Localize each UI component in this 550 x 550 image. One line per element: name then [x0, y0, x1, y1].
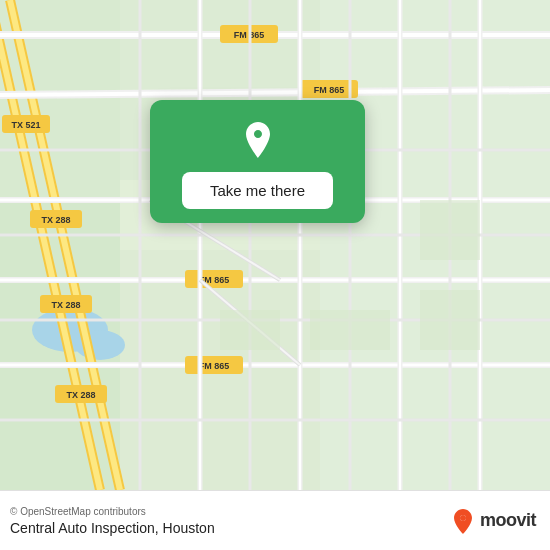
svg-rect-59 [220, 310, 280, 350]
svg-point-64 [460, 515, 466, 521]
location-pin-icon [236, 118, 280, 162]
svg-rect-60 [310, 310, 390, 350]
svg-rect-61 [420, 200, 480, 260]
svg-rect-62 [420, 290, 480, 350]
map-container: FM 865 FM 865 TX 521 TX 288 TX 288 TX 28… [0, 0, 550, 490]
svg-text:FM 865: FM 865 [314, 85, 345, 95]
svg-text:TX 288: TX 288 [51, 300, 80, 310]
take-me-there-button[interactable]: Take me there [182, 172, 333, 209]
moovit-logo: moovit [449, 507, 536, 535]
svg-text:FM 865: FM 865 [199, 361, 230, 371]
map-roads: FM 865 FM 865 TX 521 TX 288 TX 288 TX 28… [0, 0, 550, 490]
bottom-left-info: © OpenStreetMap contributors Central Aut… [10, 506, 215, 536]
moovit-pin-icon [449, 507, 477, 535]
bottom-bar: © OpenStreetMap contributors Central Aut… [0, 490, 550, 550]
moovit-text: moovit [480, 510, 536, 531]
map-popup-card: Take me there [150, 100, 365, 223]
copyright-text: © OpenStreetMap contributors [10, 506, 215, 517]
svg-text:TX 288: TX 288 [41, 215, 70, 225]
location-name: Central Auto Inspection, Houston [10, 520, 215, 536]
svg-text:TX 288: TX 288 [66, 390, 95, 400]
svg-text:TX 521: TX 521 [11, 120, 40, 130]
